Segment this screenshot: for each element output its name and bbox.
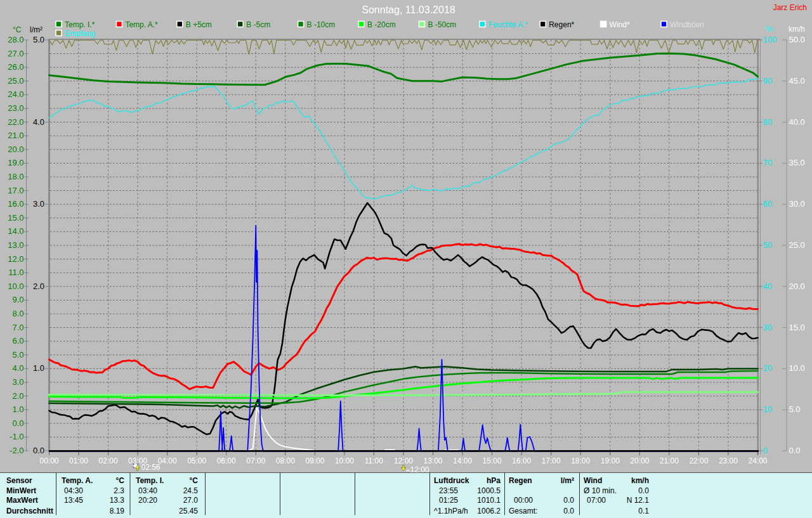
- svg-text:18:00: 18:00: [571, 456, 590, 465]
- svg-text:8.0: 8.0: [12, 309, 23, 318]
- svg-text:B -20cm: B -20cm: [367, 20, 396, 29]
- svg-text:20: 20: [763, 363, 772, 373]
- svg-text:00:00: 00:00: [39, 456, 58, 465]
- svg-text:1006.2: 1006.2: [477, 507, 501, 515]
- svg-text:04:00: 04:00: [158, 456, 177, 465]
- svg-text:Feuchte A.*: Feuchte A.*: [488, 20, 528, 29]
- svg-text:20.0: 20.0: [789, 282, 805, 291]
- svg-text:07:00: 07:00: [246, 456, 265, 465]
- svg-text:17:00: 17:00: [542, 456, 561, 465]
- svg-text:25.0: 25.0: [789, 240, 805, 250]
- svg-text:1.0: 1.0: [33, 363, 44, 373]
- svg-text:-1.0: -1.0: [10, 432, 23, 441]
- svg-text:90: 90: [763, 76, 772, 86]
- svg-text:1000.5: 1000.5: [477, 486, 501, 495]
- svg-text:Temp. I.: Temp. I.: [136, 476, 164, 485]
- svg-text:B +5cm: B +5cm: [186, 20, 212, 29]
- svg-text:3.0: 3.0: [12, 377, 23, 387]
- svg-text:45.0: 45.0: [789, 76, 805, 86]
- svg-text:23.0: 23.0: [8, 103, 23, 113]
- svg-text:07:00: 07:00: [587, 496, 606, 505]
- svg-text:24.0: 24.0: [8, 89, 23, 99]
- svg-text:13:00: 13:00: [423, 456, 442, 465]
- svg-text:01:25: 01:25: [439, 496, 458, 505]
- svg-text:60: 60: [763, 199, 772, 209]
- svg-text:Sonntag, 11.03.2018: Sonntag, 11.03.2018: [362, 4, 455, 15]
- svg-text:km/h: km/h: [789, 25, 805, 34]
- svg-text:km/h: km/h: [631, 476, 649, 485]
- svg-text:°C: °C: [190, 476, 199, 485]
- svg-text:B -50cm: B -50cm: [428, 20, 456, 29]
- svg-text:0.0: 0.0: [33, 446, 44, 455]
- svg-text:22:00: 22:00: [689, 456, 708, 465]
- svg-text:0.0: 0.0: [563, 496, 574, 505]
- svg-text:Luftdruck: Luftdruck: [434, 476, 469, 485]
- svg-text:02:56: 02:56: [141, 463, 160, 472]
- svg-text:7.0: 7.0: [12, 323, 23, 332]
- svg-text:21.0: 21.0: [8, 131, 23, 140]
- svg-text:70: 70: [763, 158, 772, 167]
- svg-text:13:45: 13:45: [64, 496, 83, 505]
- svg-text:0.0: 0.0: [789, 446, 801, 455]
- svg-text:26.0: 26.0: [8, 62, 23, 72]
- svg-text:Regen: Regen: [509, 476, 532, 485]
- svg-text:1010.1: 1010.1: [477, 496, 501, 505]
- svg-text:15:00: 15:00: [483, 456, 502, 465]
- svg-text:4.0: 4.0: [33, 117, 44, 127]
- svg-text:10.0: 10.0: [8, 282, 23, 291]
- svg-text:1.0: 1.0: [12, 405, 23, 414]
- svg-text:6.0: 6.0: [12, 336, 23, 346]
- svg-text:17.0: 17.0: [8, 186, 23, 195]
- svg-text:05:00: 05:00: [187, 456, 206, 465]
- svg-text:20:20: 20:20: [138, 496, 157, 505]
- svg-text:15.0: 15.0: [789, 323, 805, 332]
- svg-text:2.0: 2.0: [33, 282, 44, 291]
- svg-text:12.0: 12.0: [8, 254, 23, 264]
- svg-text:18.0: 18.0: [8, 172, 23, 181]
- svg-text:Wind*: Wind*: [610, 20, 630, 29]
- svg-text:°C: °C: [116, 476, 125, 485]
- svg-text:03:40: 03:40: [138, 486, 157, 495]
- svg-text:8.19: 8.19: [110, 507, 125, 515]
- svg-text:5.0: 5.0: [33, 35, 44, 44]
- svg-text:0.0: 0.0: [638, 486, 649, 495]
- svg-text:19.0: 19.0: [8, 158, 23, 167]
- svg-text:40: 40: [763, 282, 772, 291]
- svg-text:^1.1hPa/h: ^1.1hPa/h: [434, 507, 468, 515]
- svg-text:02:00: 02:00: [99, 456, 118, 465]
- svg-text:25.0: 25.0: [8, 76, 23, 86]
- svg-text:11.0: 11.0: [8, 268, 23, 277]
- svg-text:20:00: 20:00: [630, 456, 649, 465]
- svg-text:09:00: 09:00: [305, 456, 324, 465]
- svg-text:13.0: 13.0: [8, 240, 23, 250]
- svg-text:14:00: 14:00: [453, 456, 472, 465]
- svg-text:27.0: 27.0: [8, 49, 23, 58]
- svg-text:20.0: 20.0: [8, 145, 23, 154]
- svg-text:Regen*: Regen*: [549, 20, 574, 29]
- svg-text:%: %: [766, 25, 773, 34]
- svg-text:Gesamt:: Gesamt:: [509, 507, 537, 515]
- svg-text:3.0: 3.0: [33, 199, 44, 209]
- svg-text:B -5cm: B -5cm: [246, 20, 270, 29]
- svg-text:00:00: 00:00: [514, 496, 533, 505]
- svg-text:Durchschnitt: Durchschnitt: [6, 507, 53, 515]
- svg-text:27.0: 27.0: [183, 496, 199, 505]
- svg-text:12:00: 12:00: [394, 456, 413, 465]
- svg-text:Temp. A.*: Temp. A.*: [125, 20, 158, 29]
- svg-text:0.0: 0.0: [563, 507, 574, 515]
- svg-text:5.0: 5.0: [789, 405, 801, 414]
- svg-text:16.0: 16.0: [8, 199, 23, 209]
- svg-text:2.3: 2.3: [114, 486, 124, 495]
- svg-text:-2.0: -2.0: [10, 446, 23, 455]
- svg-text:Temp. I.*: Temp. I.*: [65, 20, 95, 29]
- svg-text:0.0: 0.0: [12, 418, 23, 428]
- svg-text:0.1: 0.1: [638, 507, 649, 515]
- svg-text:50: 50: [763, 240, 772, 250]
- svg-text:04:30: 04:30: [64, 486, 83, 495]
- svg-text:MaxWert: MaxWert: [6, 496, 38, 505]
- svg-text:hPa: hPa: [487, 476, 501, 485]
- svg-text:10.0: 10.0: [789, 363, 805, 373]
- svg-text:2.0: 2.0: [12, 391, 23, 401]
- svg-text:5.0: 5.0: [12, 350, 23, 359]
- svg-text:14.0: 14.0: [8, 226, 23, 236]
